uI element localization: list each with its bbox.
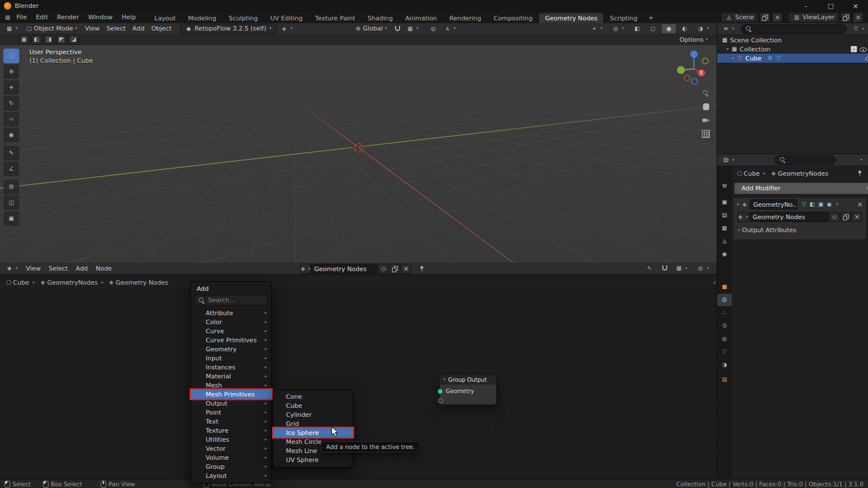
navigation-gizmo[interactable]: X	[676, 49, 712, 85]
outliner-filter-button[interactable]	[849, 24, 868, 33]
submenu-item[interactable]: Ico Sphere	[274, 428, 353, 437]
workspace-tab[interactable]: Layout	[149, 13, 181, 23]
editor-type-button[interactable]	[719, 24, 739, 33]
annotate-tool[interactable]	[3, 146, 19, 160]
add-cube-tool[interactable]	[3, 180, 19, 194]
gizmo-dropdown[interactable]	[587, 24, 607, 33]
submenu-item[interactable]: Cone	[274, 392, 353, 401]
disclosure-icon[interactable]	[725, 45, 730, 53]
menu-item[interactable]: Utilities	[191, 435, 271, 444]
unlink-tree-button[interactable]	[401, 264, 411, 274]
extra-tool-a[interactable]	[3, 195, 19, 210]
group-output-node[interactable]: Group Output Geometry	[439, 374, 497, 405]
tree-name-field[interactable]: Geometry Nodes	[311, 264, 377, 274]
menu-item[interactable]: Edit	[31, 14, 52, 21]
extra-tool-b[interactable]	[3, 211, 19, 226]
pin-icon[interactable]	[857, 170, 863, 177]
xray-toggle[interactable]	[630, 24, 644, 33]
menu-item[interactable]: Vector	[191, 444, 271, 453]
workspace-tab[interactable]: Compositing	[488, 13, 539, 23]
collapse-node-icon[interactable]	[442, 376, 447, 384]
realtime-display-icon[interactable]	[817, 201, 825, 208]
menu-item[interactable]: Group	[191, 462, 271, 471]
virtual-socket[interactable]	[438, 398, 443, 403]
outliner-row-cube[interactable]: Cube	[717, 54, 868, 63]
unlink-node-group-button[interactable]	[852, 212, 862, 222]
menu-item[interactable]: Attribute	[191, 308, 271, 317]
minimize-button[interactable]	[793, 0, 818, 11]
move-tool[interactable]	[3, 80, 19, 95]
cage-display-icon[interactable]	[808, 201, 817, 208]
menu-item[interactable]: Mesh	[191, 381, 271, 390]
box-select-tool[interactable]	[3, 49, 19, 63]
shading-rendered-button[interactable]	[693, 24, 713, 33]
menu-item[interactable]: Geometry	[191, 345, 271, 354]
submenu-item[interactable]: Grid	[274, 419, 353, 428]
transform-tool[interactable]	[3, 128, 19, 142]
menu-item[interactable]: Volume	[191, 453, 271, 462]
tab-constraints[interactable]	[717, 333, 732, 345]
menu-item[interactable]: Curve Primitives	[191, 336, 271, 345]
tab-world[interactable]	[717, 248, 732, 260]
copy-node-group-button[interactable]	[840, 212, 851, 222]
editor-type-button[interactable]	[2, 24, 22, 33]
menu-item[interactable]: Window	[84, 14, 117, 21]
scene-selector[interactable]: Scene	[721, 12, 758, 23]
editor-type-button[interactable]	[719, 155, 739, 164]
select-set-button[interactable]	[19, 34, 29, 45]
add-workspace-button[interactable]: +	[644, 12, 657, 23]
viewport-menu-item[interactable]: Select	[103, 25, 129, 32]
geometry-socket[interactable]	[437, 389, 443, 394]
tab-object-data[interactable]	[717, 346, 732, 358]
fake-user-button[interactable]	[378, 264, 389, 274]
outliner-search-input[interactable]	[741, 24, 847, 34]
close-button[interactable]	[843, 0, 868, 11]
tab-particles[interactable]	[717, 307, 732, 319]
workspace-tab[interactable]: Texture Paint	[310, 13, 361, 23]
submenu-item[interactable]: Cube	[274, 401, 353, 410]
menu-item[interactable]: Render	[53, 14, 84, 21]
tab-tool[interactable]	[717, 180, 732, 193]
disclosure-icon[interactable]	[731, 54, 736, 62]
menu-item[interactable]: Texture	[191, 426, 271, 435]
shading-solid-button[interactable]	[662, 24, 676, 33]
remove-viewlayer-button[interactable]	[853, 12, 863, 23]
retopoflow-dropdown[interactable]: RetopoFlow 3.2.5 (self)	[180, 24, 277, 34]
menu-item[interactable]: Help	[117, 14, 140, 21]
menu-item[interactable]: Text	[191, 417, 271, 426]
viewport-canvas[interactable]: User Perspective (1) Collection | Cube	[0, 45, 717, 263]
pin-button[interactable]	[416, 264, 428, 273]
tab-texture[interactable]	[717, 373, 732, 386]
submenu-item[interactable]: UV Sphere	[274, 455, 353, 464]
node-editor-menu-item[interactable]: Add	[72, 265, 92, 272]
viewport-menu-item[interactable]: Object	[148, 25, 175, 32]
menu-item[interactable]: Layout	[191, 471, 271, 480]
new-scene-button[interactable]	[760, 12, 770, 23]
snap-toggle[interactable]	[391, 24, 403, 33]
tab-output[interactable]	[717, 209, 732, 221]
tab-modifiers[interactable]	[717, 294, 732, 306]
maximize-button[interactable]	[818, 0, 843, 11]
menu-item[interactable]: Input	[191, 354, 271, 363]
node-search-input[interactable]: Search...	[194, 295, 268, 306]
render-display-icon[interactable]	[825, 201, 834, 208]
outliner-row-scene-collection[interactable]: Scene Collection	[717, 36, 868, 45]
menu-item[interactable]: Output	[191, 399, 271, 408]
zoom-button[interactable]	[701, 88, 711, 98]
select-invert-button[interactable]	[56, 34, 67, 45]
hide-eye-icon[interactable]	[860, 46, 867, 53]
options-dropdown[interactable]: Options	[677, 35, 712, 44]
node-editor-menu-item[interactable]: View	[22, 265, 45, 272]
options-chevron-icon[interactable]	[859, 156, 864, 164]
overlays-dropdown[interactable]	[609, 24, 628, 33]
node-snap-dropdown[interactable]	[672, 264, 692, 273]
workspace-tab[interactable]: Sculpting	[223, 13, 263, 23]
ortho-toggle-button[interactable]	[701, 129, 711, 139]
menu-item[interactable]: Curve	[191, 326, 271, 336]
fake-user-button[interactable]	[829, 212, 840, 222]
workspace-tab[interactable]: Modeling	[183, 13, 222, 23]
mode-dropdown[interactable]: Object Mode	[22, 24, 81, 33]
select-intersect-button[interactable]	[68, 34, 79, 45]
edit-mode-display-icon[interactable]	[800, 201, 808, 208]
node-editor-menu-item[interactable]: Select	[45, 265, 72, 272]
